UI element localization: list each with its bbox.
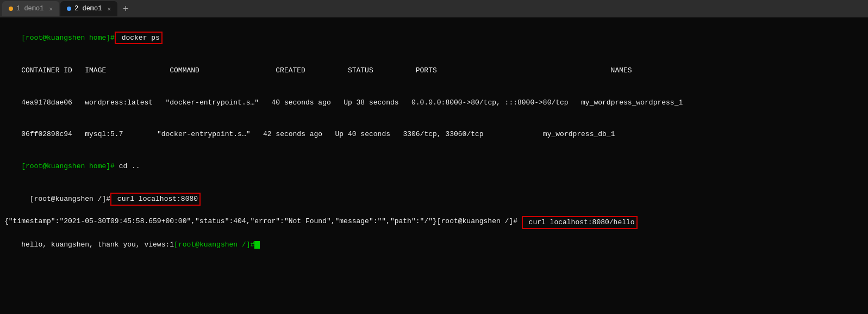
terminal-line-cd: [root@kuangshen home]# cd ..: [4, 150, 864, 182]
row1-names: my_wordpress_wordpress_1: [581, 98, 683, 107]
row2-image: mysql:5.7: [85, 130, 123, 138]
tab-2[interactable]: 2 demo1 ✕: [60, 1, 117, 16]
cursor-block: [254, 241, 260, 249]
cmd-docker-ps: docker ps: [115, 34, 163, 42]
tab-2-close[interactable]: ✕: [107, 5, 111, 13]
hello-response: hello, kuangshen, thank you, views:1: [21, 241, 174, 249]
tab-add-button[interactable]: +: [118, 4, 133, 14]
row2-id: 06ff02898c94: [21, 130, 72, 138]
prompt-curl: [root@kuangshen /]#: [30, 195, 110, 203]
row1-image: wordpress:latest: [85, 98, 153, 107]
tab-2-label: 2 demo1: [74, 5, 102, 13]
terminal-line-curl-row: [root@kuangshen /]# curl localhost:8080: [4, 182, 864, 217]
row1-command: "docker-entrypoint.s…": [165, 98, 259, 107]
tab-2-dot: [67, 7, 71, 11]
row1-status: Up 38 seconds: [344, 98, 398, 107]
tab-1[interactable]: 1 demo1 ✕: [2, 1, 59, 16]
tab-bar: 1 demo1 ✕ 2 demo1 ✕ +: [0, 0, 868, 17]
tab-1-close[interactable]: ✕: [49, 5, 53, 13]
cmd-curl2: curl localhost:8080/hello: [524, 218, 635, 226]
prompt-cd: [root@kuangshen home]#: [21, 162, 115, 170]
terminal-line-headers: CONTAINER ID IMAGE COMMAND CREATED STATU…: [4, 55, 864, 87]
prompt-final: [root@kuangshen /]#: [174, 241, 254, 249]
terminal-line-hello: hello, kuangshen, thank you, views:1[roo…: [4, 229, 864, 261]
curl-8080-highlight: curl localhost:8080: [110, 193, 201, 206]
terminal-line-json-row: {"timestamp":"2021-05-30T09:45:58.659+00…: [4, 216, 864, 229]
docker-row-2: 06ff02898c94 mysql:5.7 "docker-entrypoin…: [4, 119, 864, 151]
docker-row-1: 4ea9178dae06 wordpress:latest "docker-en…: [4, 87, 864, 119]
row2-ports: 3306/tcp, 33060/tcp: [403, 130, 483, 138]
terminal-line-1: [root@kuangshen home]# docker ps: [4, 21, 864, 55]
row2-names: my_wordpress_db_1: [543, 130, 615, 138]
terminal[interactable]: [root@kuangshen home]# docker ps CONTAIN…: [0, 17, 868, 314]
row1-id: 4ea9178dae06: [21, 98, 72, 107]
prompt-1: [root@kuangshen home]#: [21, 34, 115, 42]
curl-left-section: [root@kuangshen /]# curl localhost:8080: [4, 182, 201, 217]
cmd-cd: cd ..: [115, 162, 140, 170]
cmd-curl: curl localhost:8080: [113, 195, 198, 203]
docker-ps-highlight: docker ps: [115, 32, 163, 45]
row2-command: "docker-entrypoint.s…": [157, 130, 251, 138]
row2-created: 42 seconds ago: [263, 130, 322, 138]
curl-hello-highlight: curl localhost:8080/hello: [522, 216, 638, 229]
json-response: {"timestamp":"2021-05-30T09:45:58.659+00…: [4, 216, 437, 227]
row1-created: 40 seconds ago: [272, 98, 331, 107]
docker-ps-headers: CONTAINER ID IMAGE COMMAND CREATED STATU…: [21, 66, 632, 75]
row1-ports: 0.0.0.0:8000->80/tcp, :::8000->80/tcp: [411, 98, 569, 107]
prompt-curl2: [root@kuangshen /]#: [437, 216, 517, 227]
tab-1-dot: [9, 7, 13, 11]
row2-status: Up 40 seconds: [335, 130, 390, 138]
tab-1-label: 1 demo1: [16, 5, 43, 13]
